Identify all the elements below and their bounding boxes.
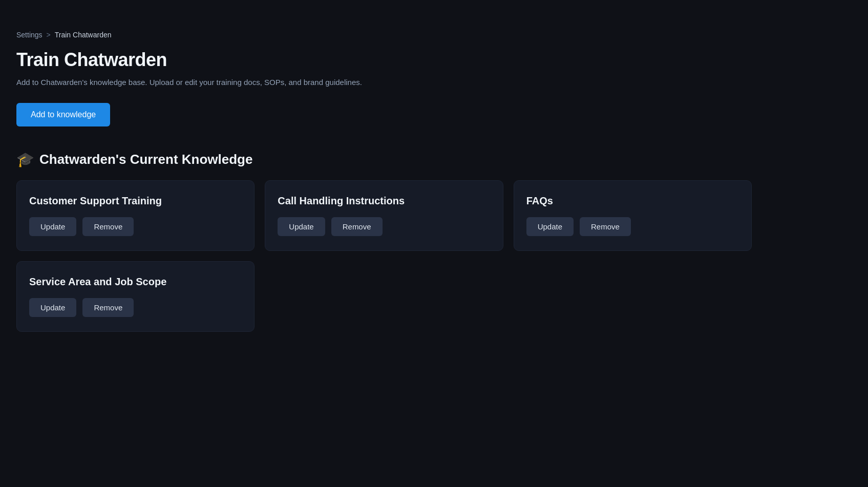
knowledge-card-customer-support: Customer Support Training Update Remove — [16, 180, 255, 251]
card-actions-service-area: Update Remove — [29, 298, 242, 317]
page-title: Train Chatwarden — [16, 49, 752, 71]
breadcrumb-settings[interactable]: Settings — [16, 31, 43, 39]
breadcrumb-separator: > — [47, 31, 51, 39]
remove-button-customer-support[interactable]: Remove — [82, 217, 134, 236]
add-to-knowledge-button[interactable]: Add to knowledge — [16, 103, 110, 126]
card-title-service-area: Service Area and Job Scope — [29, 276, 242, 288]
page-description: Add to Chatwarden's knowledge base. Uplo… — [16, 77, 752, 89]
breadcrumb-current: Train Chatwarden — [55, 31, 112, 39]
main-content: Settings > Train Chatwarden Train Chatwa… — [0, 0, 768, 352]
knowledge-card-call-handling: Call Handling Instructions Update Remove — [265, 180, 503, 251]
knowledge-section-title: Chatwarden's Current Knowledge — [39, 152, 252, 167]
knowledge-section-header: 🎓 Chatwarden's Current Knowledge — [16, 151, 752, 168]
update-button-service-area[interactable]: Update — [29, 298, 76, 317]
update-button-faqs[interactable]: Update — [526, 217, 574, 236]
remove-button-call-handling[interactable]: Remove — [331, 217, 383, 236]
card-title-customer-support: Customer Support Training — [29, 195, 242, 207]
card-actions-faqs: Update Remove — [526, 217, 739, 236]
card-actions-call-handling: Update Remove — [278, 217, 490, 236]
knowledge-grid: Customer Support Training Update Remove … — [16, 180, 752, 332]
card-title-call-handling: Call Handling Instructions — [278, 195, 490, 207]
card-title-faqs: FAQs — [526, 195, 739, 207]
update-button-customer-support[interactable]: Update — [29, 217, 76, 236]
graduation-cap-icon: 🎓 — [16, 151, 34, 168]
breadcrumb: Settings > Train Chatwarden — [16, 31, 752, 39]
knowledge-card-service-area: Service Area and Job Scope Update Remove — [16, 261, 255, 332]
remove-button-faqs[interactable]: Remove — [580, 217, 631, 236]
knowledge-card-faqs: FAQs Update Remove — [514, 180, 752, 251]
card-actions-customer-support: Update Remove — [29, 217, 242, 236]
remove-button-service-area[interactable]: Remove — [82, 298, 134, 317]
update-button-call-handling[interactable]: Update — [278, 217, 325, 236]
